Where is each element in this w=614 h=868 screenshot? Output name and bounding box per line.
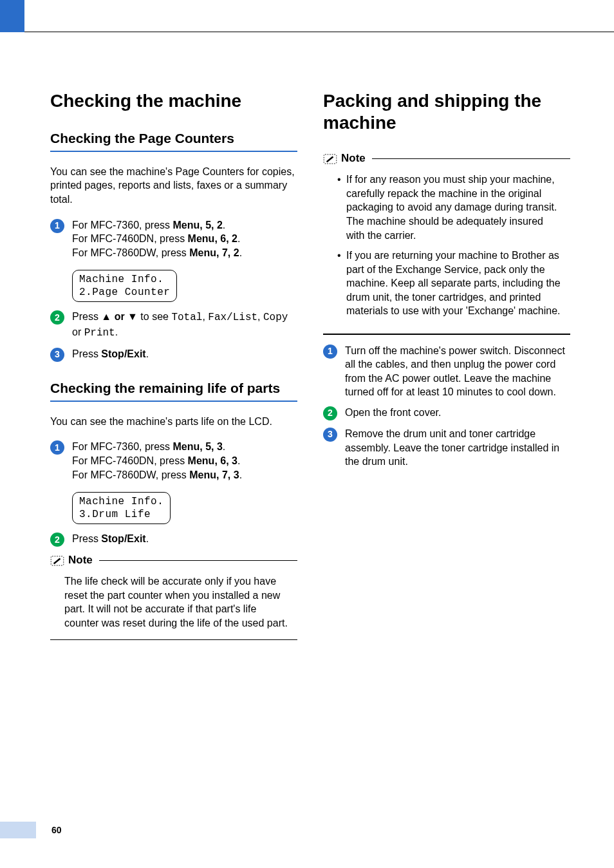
note-left-head: Note xyxy=(50,553,297,568)
step-marker-r3: 3 xyxy=(323,428,337,442)
left-column: Checking the machine Checking the Page C… xyxy=(50,90,297,640)
note-left-body: The life check will be accurate only if … xyxy=(64,574,291,630)
right-step2: 2 Open the front cover. xyxy=(323,406,570,420)
sec2-step2: 2 Press Stop/Exit. xyxy=(50,532,297,547)
s2-line-b-pre: For MFC-7460DN, press xyxy=(72,455,188,466)
heading-remaining-life: Checking the remaining life of parts xyxy=(50,380,297,402)
s2-menu-c: Menu xyxy=(189,469,216,480)
lcd2-line1: Machine Info. xyxy=(79,496,163,507)
intro-remaining-life: You can see the machine's parts life on … xyxy=(50,415,297,429)
or: or xyxy=(72,326,84,337)
s2-menu-b: Menu xyxy=(188,455,215,466)
right-step2-text: Open the front cover. xyxy=(345,406,570,420)
note-right-title: Note xyxy=(341,151,366,166)
sec2-step2-text: Press Stop/Exit. xyxy=(72,532,297,546)
pencil-icon xyxy=(323,154,337,164)
s1s3-key: Stop/Exit xyxy=(101,348,145,359)
step-marker-2: 2 xyxy=(50,310,64,325)
s2-keys-a: , 5, 3 xyxy=(200,441,223,452)
s1-keys-a: , 5, 2 xyxy=(200,220,223,231)
s2s2-key: Stop/Exit xyxy=(101,533,145,544)
code-faxlist: Fax/List xyxy=(208,312,257,323)
sec2-step1: 1 For MFC-7360, press Menu, 5, 3. For MF… xyxy=(50,440,297,482)
note-right-rule xyxy=(372,158,570,160)
s1-line-c-pre: For MFC-7860DW, press xyxy=(72,247,189,258)
code-copy: Copy xyxy=(263,312,288,323)
s1-menu-c: Menu xyxy=(189,247,216,258)
s2-keys-b: , 6, 3 xyxy=(214,455,237,466)
c1: , xyxy=(202,311,208,322)
lcd1-line2: 2.Page Counter xyxy=(79,287,170,298)
step-marker-1: 1 xyxy=(50,219,64,233)
code-print: Print xyxy=(84,327,115,339)
s1-keys-b: , 6, 2 xyxy=(214,233,237,244)
note-right: Note If for any reason you must ship you… xyxy=(323,151,570,334)
right-column: Packing and shipping the machine Note If… xyxy=(323,90,570,640)
s2s2-end: . xyxy=(146,533,149,544)
lcd1-line1: Machine Info. xyxy=(79,274,163,285)
sec2-step1-text: For MFC-7360, press Menu, 5, 3. For MFC-… xyxy=(72,440,297,482)
heading-checking-machine: Checking the machine xyxy=(50,90,297,112)
s1s3-pre: Press xyxy=(72,348,101,359)
sec1-step2: 2 Press ▲ or ▼ to see Total, Fax/List, C… xyxy=(50,310,297,340)
sec1-step3: 3 Press Stop/Exit. xyxy=(50,347,297,362)
lcd-page-counter: Machine Info. 2.Page Counter xyxy=(72,270,177,302)
sec1-step1-text: For MFC-7360, press Menu, 5, 2. For MFC-… xyxy=(72,218,297,260)
heading-packing: Packing and shipping the machine xyxy=(323,90,570,133)
s1-menu-b: Menu xyxy=(188,233,215,244)
note-right-item-2: If you are returning your machine to Bro… xyxy=(337,249,564,318)
right-step1: 1 Turn off the machine's power switch. D… xyxy=(323,344,570,399)
code-total: Total xyxy=(171,312,202,323)
right-step3: 3 Remove the drum unit and toner cartrid… xyxy=(323,427,570,469)
note-right-item-1: If for any reason you must ship your mac… xyxy=(337,173,564,242)
s1s2-end: . xyxy=(115,326,118,337)
s1s2-pre: Press xyxy=(72,311,101,322)
intro-page-counters: You can see the machine's Page Counters … xyxy=(50,165,297,207)
page-body: Checking the machine Checking the Page C… xyxy=(0,32,614,640)
lcd-drum-life: Machine Info. 3.Drum Life xyxy=(72,492,171,524)
s1-menu-a: Menu xyxy=(172,220,200,231)
s2-line-a-pre: For MFC-7360, press xyxy=(72,441,172,452)
sec1-step3-text: Press Stop/Exit. xyxy=(72,347,297,361)
s2-line-c-pre: For MFC-7860DW, press xyxy=(72,469,189,480)
step-marker-1b: 1 xyxy=(50,440,64,455)
header-band xyxy=(0,0,614,32)
s1s2-mid: to see xyxy=(138,311,171,322)
s1-line-a-pre: For MFC-7360, press xyxy=(72,220,172,231)
c2: , xyxy=(257,311,263,322)
s2-keys-c: , 7, 3 xyxy=(216,469,239,480)
step-marker-2b: 2 xyxy=(50,533,64,547)
s2s2-pre: Press xyxy=(72,533,101,544)
note-left-content: The life check will be accurate only if … xyxy=(50,572,297,635)
header-left-stripe xyxy=(0,0,24,32)
step-marker-r2: 2 xyxy=(323,406,337,420)
note-right-content: If for any reason you must ship your mac… xyxy=(323,170,570,330)
s2-menu-a: Menu xyxy=(172,441,200,452)
right-step3-text: Remove the drum unit and toner cartridge… xyxy=(345,427,570,469)
s1-keys-c: , 7, 2 xyxy=(216,247,239,258)
step-marker-r1: 1 xyxy=(323,344,337,359)
sec1-step1: 1 For MFC-7360, press Menu, 5, 2. For MF… xyxy=(50,218,297,260)
sec1-step2-text: Press ▲ or ▼ to see Total, Fax/List, Cop… xyxy=(72,310,297,340)
s1s3-end: . xyxy=(146,348,149,359)
page-number: 60 xyxy=(51,824,62,836)
s1-line-b-pre: For MFC-7460DN, press xyxy=(72,233,188,244)
s1s2-arrows: ▲ or ▼ xyxy=(101,311,138,322)
right-step1-text: Turn off the machine's power switch. Dis… xyxy=(345,344,570,399)
step-marker-3: 3 xyxy=(50,348,64,362)
note-left-title: Note xyxy=(68,553,93,568)
pencil-icon xyxy=(50,556,64,566)
footer-tab xyxy=(0,822,36,838)
note-left: Note The life check will be accurate onl… xyxy=(50,553,297,640)
note-left-rule xyxy=(99,560,297,561)
lcd2-line2: 3.Drum Life xyxy=(79,509,151,520)
note-left-bottom-rule xyxy=(50,639,297,641)
heading-page-counters: Checking the Page Counters xyxy=(50,130,297,152)
note-right-head: Note xyxy=(323,151,570,166)
footer: 60 xyxy=(0,822,62,838)
